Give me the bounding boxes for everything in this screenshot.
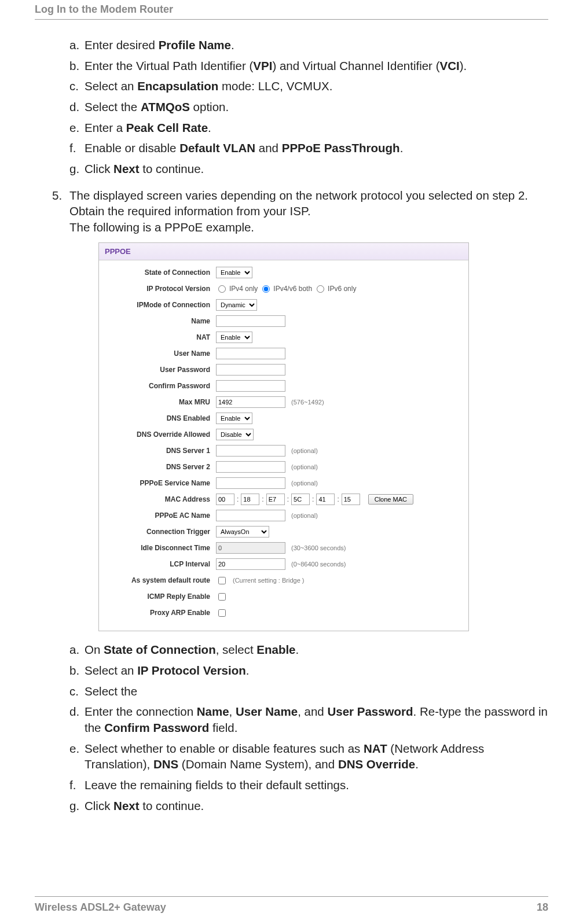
mac-0[interactable]	[216, 494, 234, 505]
dns2-hint: (optional)	[291, 463, 318, 472]
label-ipver: IP Protocol Version	[106, 284, 216, 293]
mru-hint: (576~1492)	[291, 398, 324, 407]
marker-2g: g.	[69, 798, 85, 814]
form-title: PPPOE	[99, 243, 468, 261]
item-1b: Enter the Virtual Path Identifier (VPI) …	[85, 58, 467, 74]
state-select[interactable]: Enable	[216, 267, 252, 278]
proxyarp-checkbox[interactable]	[218, 609, 226, 617]
servicename-input[interactable]	[216, 477, 285, 489]
trigger-select[interactable]: AlwaysOn	[216, 526, 269, 538]
mac-1[interactable]	[241, 494, 259, 505]
label-acn: PPPoE AC Name	[106, 511, 216, 520]
label-uname: User Name	[106, 349, 216, 358]
mru-input[interactable]	[216, 396, 285, 408]
label-mru: Max MRU	[106, 397, 216, 407]
opt-ipv6: IPv6 only	[328, 284, 356, 293]
item-2b: Select an IP Protocol Version.	[85, 662, 249, 679]
username-input[interactable]	[216, 348, 285, 359]
label-defr: As system default route	[106, 576, 216, 585]
item-2e: Select whether to enable or disable feat…	[85, 741, 548, 772]
item-1d: Select the ATMQoS option.	[85, 99, 229, 115]
lcp-input[interactable]	[216, 558, 285, 570]
idle-hint: (30~3600 seconds)	[291, 544, 346, 553]
item-1g: Click Next to continue.	[85, 161, 204, 177]
item-1e: Enter a Peak Cell Rate.	[85, 120, 211, 136]
label-ipmode: IPMode of Connection	[106, 300, 216, 310]
mac-4[interactable]	[316, 494, 335, 505]
label-psn: PPPoE Service Name	[106, 478, 216, 488]
label-dnse: DNS Enabled	[106, 414, 216, 423]
footer-right: 18	[537, 901, 548, 914]
marker-f: f.	[69, 140, 85, 156]
marker-e: e.	[69, 120, 85, 136]
marker-2b: b.	[69, 662, 85, 679]
ipmode-select[interactable]: Dynamic	[216, 299, 257, 311]
marker-5: 5.	[52, 187, 69, 235]
label-idle: Idle Disconnect Time	[106, 543, 216, 553]
step5-line2: The following is a PPPoE example.	[69, 219, 548, 235]
marker-d: d.	[69, 99, 85, 115]
label-dns2: DNS Server 2	[106, 462, 216, 472]
sublist-1: a.Enter desired Profile Name. b.Enter th…	[69, 37, 548, 177]
label-nat: NAT	[106, 333, 216, 342]
lcp-hint: (0~86400 seconds)	[291, 560, 346, 569]
label-mac: MAC Address	[106, 495, 216, 504]
acname-input[interactable]	[216, 510, 285, 521]
page-header: Log In to the Modem Router	[35, 0, 548, 20]
opt-ipv4: IPv4 only	[229, 284, 258, 293]
opt-ipv46: IPv4/v6 both	[273, 284, 312, 293]
label-name: Name	[106, 316, 216, 326]
item-2d: Enter the connection Name, User Name, an…	[85, 704, 548, 735]
step5-line1: The displayed screen varies depending on…	[69, 187, 548, 219]
dns1-hint: (optional)	[291, 447, 318, 455]
item-2g: Click Next to continue.	[85, 798, 204, 814]
marker-2a: a.	[69, 642, 85, 658]
label-state: State of Connection	[106, 268, 216, 277]
item-2a: On State of Connection, select Enable.	[85, 642, 299, 658]
label-parp: Proxy ARP Enable	[106, 608, 216, 617]
marker-a: a.	[69, 37, 85, 53]
item-1a: Enter desired Profile Name.	[85, 37, 234, 53]
footer-left: Wireless ADSL2+ Gateway	[35, 901, 166, 914]
item-1c: Select an Encapsulation mode: LLC, VCMUX…	[85, 78, 332, 94]
dns2-input[interactable]	[216, 461, 285, 473]
mac-2[interactable]	[266, 494, 285, 505]
item-1f: Enable or disable Default VLAN and PPPoE…	[85, 140, 403, 156]
mac-5[interactable]	[342, 494, 360, 505]
dnsenabled-select[interactable]: Enable	[216, 413, 252, 424]
name-input[interactable]	[216, 315, 285, 327]
psn-hint: (optional)	[291, 479, 318, 488]
confirm-password-input[interactable]	[216, 380, 285, 392]
pppoe-form-screenshot: PPPOE State of ConnectionEnable IP Proto…	[98, 242, 469, 632]
mac-3[interactable]	[291, 494, 310, 505]
marker-c: c.	[69, 78, 85, 94]
marker-2d: d.	[69, 704, 85, 735]
clone-mac-button[interactable]: Clone MAC	[368, 494, 413, 505]
page-footer: Wireless ADSL2+ Gateway 18	[35, 896, 548, 914]
item-2f: Leave the remaining fields to their defa…	[85, 777, 349, 793]
sublist-2: a.On State of Connection, select Enable.…	[69, 642, 548, 813]
label-cpass: Confirm Password	[106, 381, 216, 391]
icmp-checkbox[interactable]	[218, 593, 226, 601]
dnsoverride-select[interactable]: Disable	[216, 429, 254, 440]
nat-select[interactable]: Enable	[216, 332, 252, 343]
idle-input[interactable]	[216, 542, 285, 554]
marker-b: b.	[69, 58, 85, 74]
password-input[interactable]	[216, 364, 285, 376]
item-2c: Select the	[85, 683, 137, 700]
dns1-input[interactable]	[216, 445, 285, 457]
label-upass: User Password	[106, 365, 216, 374]
marker-g: g.	[69, 161, 85, 177]
step-5: 5. The displayed screen varies depending…	[52, 187, 548, 235]
marker-2e: e.	[69, 741, 85, 772]
label-dnso: DNS Override Allowed	[106, 430, 216, 439]
radio-ipv4[interactable]	[218, 285, 226, 293]
label-lcp: LCP Interval	[106, 559, 216, 569]
label-dns1: DNS Server 1	[106, 446, 216, 455]
radio-ipv6[interactable]	[317, 285, 324, 293]
label-trig: Connection Trigger	[106, 527, 216, 536]
acn-hint: (optional)	[291, 511, 318, 520]
defr-hint: (Current setting : Bridge )	[233, 576, 305, 585]
defaultroute-checkbox[interactable]	[218, 577, 226, 584]
radio-ipv46[interactable]	[262, 285, 270, 293]
